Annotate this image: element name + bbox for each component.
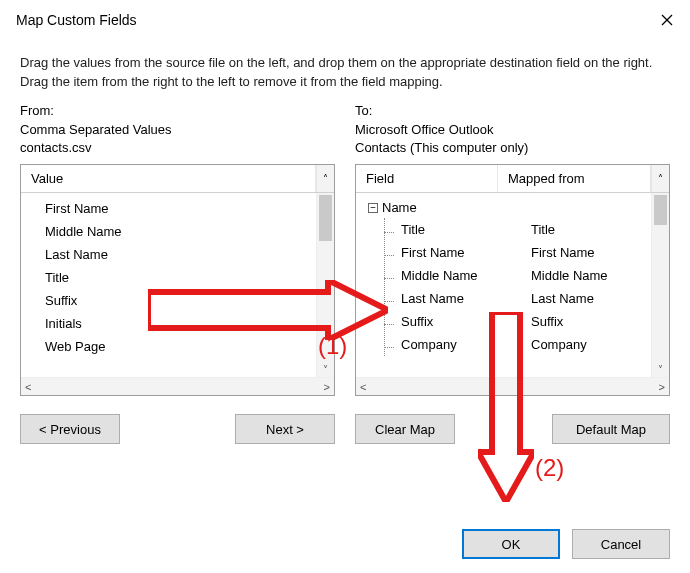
tree-collapse-icon[interactable]: − bbox=[368, 203, 378, 213]
chevron-up-icon: ˄ bbox=[323, 173, 328, 184]
chevron-down-icon[interactable]: ˅ bbox=[317, 361, 334, 377]
to-tree-node-name[interactable]: − Name bbox=[368, 197, 669, 218]
to-mapped-label: Company bbox=[527, 337, 669, 352]
to-field-label: Middle Name bbox=[385, 268, 527, 283]
titlebar: Map Custom Fields bbox=[0, 0, 690, 40]
chevron-left-icon[interactable]: < bbox=[25, 381, 31, 393]
to-folder: Contacts (This computer only) bbox=[355, 139, 670, 158]
to-field-row[interactable]: CompanyCompany bbox=[385, 333, 669, 356]
to-field-row[interactable]: Last NameLast Name bbox=[385, 287, 669, 310]
to-field-row[interactable]: TitleTitle bbox=[385, 218, 669, 241]
to-mapped-label: Last Name bbox=[527, 291, 669, 306]
from-item[interactable]: Web Page bbox=[21, 335, 334, 358]
chevron-left-icon[interactable]: < bbox=[360, 381, 366, 393]
instructions-text: Drag the values from the source file on … bbox=[0, 40, 690, 102]
to-vertical-scrollbar[interactable]: ˅ bbox=[651, 193, 669, 377]
dialog-button-bar: OK Cancel bbox=[462, 529, 670, 559]
from-item[interactable]: Suffix bbox=[21, 289, 334, 312]
to-field-label: Title bbox=[385, 222, 527, 237]
to-app: Microsoft Office Outlook bbox=[355, 121, 670, 140]
to-field-label: First Name bbox=[385, 245, 527, 260]
from-item-label: Last Name bbox=[21, 247, 334, 262]
from-item-label: Suffix bbox=[21, 293, 334, 308]
cancel-button[interactable]: Cancel bbox=[572, 529, 670, 559]
from-label: From: bbox=[20, 102, 335, 121]
close-icon bbox=[661, 14, 673, 26]
to-mapped-label: Suffix bbox=[527, 314, 669, 329]
from-filename: contacts.csv bbox=[20, 139, 335, 158]
chevron-up-icon: ˄ bbox=[658, 173, 663, 184]
from-item[interactable]: Title bbox=[21, 266, 334, 289]
scrollbar-thumb[interactable] bbox=[654, 195, 667, 225]
from-header-value[interactable]: Value bbox=[21, 165, 316, 192]
from-panel: From: Comma Separated Values contacts.cs… bbox=[20, 102, 335, 445]
to-mapped-label: Title bbox=[527, 222, 669, 237]
scrollbar-thumb[interactable] bbox=[319, 195, 332, 241]
to-header-mapped[interactable]: Mapped from bbox=[498, 165, 651, 192]
from-item-label: Middle Name bbox=[21, 224, 334, 239]
previous-button[interactable]: < Previous bbox=[20, 414, 120, 444]
clear-map-button[interactable]: Clear Map bbox=[355, 414, 455, 444]
from-source-type: Comma Separated Values bbox=[20, 121, 335, 140]
to-horizontal-scrollbar[interactable]: < > bbox=[356, 377, 669, 395]
from-item[interactable]: Middle Name bbox=[21, 220, 334, 243]
from-item[interactable]: Last Name bbox=[21, 243, 334, 266]
from-item-label: Initials bbox=[21, 316, 334, 331]
close-button[interactable] bbox=[644, 3, 690, 37]
next-button[interactable]: Next > bbox=[235, 414, 335, 444]
default-map-button[interactable]: Default Map bbox=[552, 414, 670, 444]
from-horizontal-scrollbar[interactable]: < > bbox=[21, 377, 334, 395]
to-tree-node-label: Name bbox=[382, 200, 417, 215]
ok-button[interactable]: OK bbox=[462, 529, 560, 559]
to-label: To: bbox=[355, 102, 670, 121]
dialog-title: Map Custom Fields bbox=[16, 12, 137, 28]
to-header-field[interactable]: Field bbox=[356, 165, 498, 192]
to-listbox[interactable]: Field Mapped from ˄ − Name TitleTitle Fi… bbox=[355, 164, 670, 396]
to-field-label: Company bbox=[385, 337, 527, 352]
from-item-label: Title bbox=[21, 270, 334, 285]
from-vertical-scrollbar[interactable]: ˅ bbox=[316, 193, 334, 377]
to-panel: To: Microsoft Office Outlook Contacts (T… bbox=[355, 102, 670, 445]
from-item[interactable]: Initials bbox=[21, 312, 334, 335]
annotation-step-2-label: (2) bbox=[535, 454, 564, 482]
from-item[interactable]: First Name bbox=[21, 197, 334, 220]
to-field-label: Last Name bbox=[385, 291, 527, 306]
chevron-right-icon[interactable]: > bbox=[659, 381, 665, 393]
to-mapped-label: Middle Name bbox=[527, 268, 669, 283]
to-vscroll-up[interactable]: ˄ bbox=[651, 165, 669, 192]
to-field-row[interactable]: Middle NameMiddle Name bbox=[385, 264, 669, 287]
from-listbox[interactable]: Value ˄ First Name Middle Name Last Name… bbox=[20, 164, 335, 396]
chevron-right-icon[interactable]: > bbox=[324, 381, 330, 393]
chevron-down-icon[interactable]: ˅ bbox=[652, 361, 669, 377]
to-field-label: Suffix bbox=[385, 314, 527, 329]
to-field-row[interactable]: SuffixSuffix bbox=[385, 310, 669, 333]
from-item-label: Web Page bbox=[21, 339, 334, 354]
from-item-label: First Name bbox=[21, 201, 334, 216]
from-vscroll-up[interactable]: ˄ bbox=[316, 165, 334, 192]
to-mapped-label: First Name bbox=[527, 245, 669, 260]
to-field-row[interactable]: First NameFirst Name bbox=[385, 241, 669, 264]
